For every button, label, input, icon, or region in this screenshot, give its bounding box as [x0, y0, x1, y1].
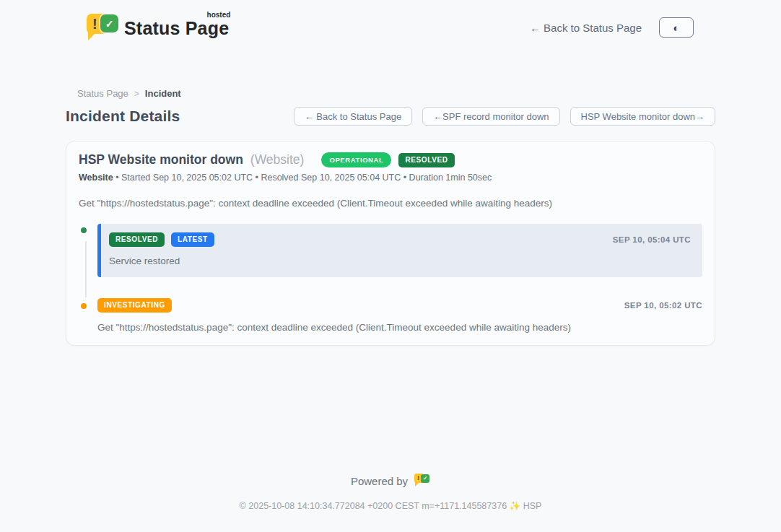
copyright-text: © 2025-10-08 14:10:34.772084 +0200 CEST …: [0, 500, 781, 511]
brand-superscript: hosted: [207, 11, 231, 19]
timeline-message: Get "https://hostedstatus.page": context…: [97, 322, 702, 333]
timeline-connector-line: [85, 241, 87, 297]
incident-title: HSP Website monitor down: [79, 152, 243, 167]
checkmark-icon: ✓: [421, 474, 429, 483]
main-content: Status Page > Incident Incident Details …: [66, 88, 715, 346]
timeline-dot-column: [79, 298, 97, 311]
back-to-status-page-link[interactable]: ← Back to Status Page: [530, 22, 642, 34]
timeline-timestamp: SEP 10, 05:02 UTC: [624, 301, 702, 310]
page-title: Incident Details: [66, 108, 180, 125]
brand-logo[interactable]: ! ✓ Status Page hosted: [87, 12, 229, 43]
timeline-entry-investigating: INVESTIGATING SEP 10, 05:02 UTC Get "htt…: [79, 298, 702, 333]
status-page-logo-icon: ! ✓: [87, 12, 117, 43]
status-page-mini-logo-icon: ! ✓: [414, 473, 430, 489]
next-incident-button[interactable]: HSP Website monitor down→: [570, 107, 715, 126]
brand-name: Status Page: [124, 18, 229, 38]
powered-by-text: Powered by: [351, 475, 408, 487]
resolved-dot-icon: [79, 225, 89, 235]
breadcrumb-status-page[interactable]: Status Page: [77, 88, 128, 99]
latest-badge: LATEST: [171, 232, 214, 247]
timeline-message: Service restored: [109, 256, 691, 266]
investigating-badge: INVESTIGATING: [97, 298, 172, 313]
timeline-dot-column: [79, 224, 97, 235]
investigating-dot-icon: [79, 301, 89, 311]
incident-timeline: RESOLVED LATEST SEP 10, 05:04 UTC Servic…: [79, 224, 702, 333]
resolved-badge: RESOLVED: [109, 232, 165, 247]
meta-component: Website: [79, 173, 113, 183]
logo-bubble-tail: [415, 482, 419, 487]
incident-title-row: HSP Website monitor down (Website) OPERA…: [79, 152, 702, 167]
powered-by-link[interactable]: Powered by ! ✓: [0, 473, 781, 489]
checkmark-icon: ✓: [100, 14, 118, 32]
breadcrumb-incident: Incident: [145, 88, 181, 99]
header: ! ✓ Status Page hosted ← Back to Status …: [0, 0, 781, 48]
timeline-entry-header: INVESTIGATING SEP 10, 05:02 UTC: [97, 298, 702, 313]
contrast-icon: ◐: [673, 22, 679, 33]
footer: Powered by ! ✓ © 2025-10-08 14:10:34.772…: [0, 473, 781, 511]
timeline-plain-content: INVESTIGATING SEP 10, 05:02 UTC Get "htt…: [97, 298, 702, 333]
incident-nav-buttons: ← Back to Status Page ←SPF record monito…: [294, 107, 715, 126]
breadcrumb-separator: >: [134, 89, 139, 99]
exclamation-icon: !: [92, 15, 97, 32]
timeline-entry-header: RESOLVED LATEST SEP 10, 05:04 UTC: [109, 232, 691, 247]
incident-card: HSP Website monitor down (Website) OPERA…: [66, 141, 715, 346]
back-to-status-page-button[interactable]: ← Back to Status Page: [294, 107, 412, 126]
meta-details: • Started Sep 10, 2025 05:02 UTC • Resol…: [113, 173, 492, 183]
prev-incident-button[interactable]: ←SPF record monitor down: [422, 107, 559, 126]
brand-text: Status Page hosted: [124, 12, 229, 39]
breadcrumb: Status Page > Incident: [66, 88, 715, 99]
header-actions: ← Back to Status Page ◐: [530, 17, 694, 38]
incident-meta: Website • Started Sep 10, 2025 05:02 UTC…: [79, 173, 702, 183]
operational-badge: OPERATIONAL: [321, 152, 391, 167]
resolved-badge: RESOLVED: [398, 153, 454, 167]
incident-component: (Website): [250, 152, 305, 167]
logo-bubble-tail: [88, 32, 96, 40]
timeline-latest-panel: RESOLVED LATEST SEP 10, 05:04 UTC Servic…: [97, 224, 702, 277]
title-row: Incident Details ← Back to Status Page ←…: [66, 107, 715, 126]
exclamation-icon: !: [417, 474, 419, 482]
incident-description: Get "https://hostedstatus.page": context…: [79, 198, 702, 209]
theme-toggle-button[interactable]: ◐: [659, 17, 694, 38]
timeline-entry-resolved: RESOLVED LATEST SEP 10, 05:04 UTC Servic…: [79, 224, 702, 277]
timeline-timestamp: SEP 10, 05:04 UTC: [613, 235, 691, 244]
